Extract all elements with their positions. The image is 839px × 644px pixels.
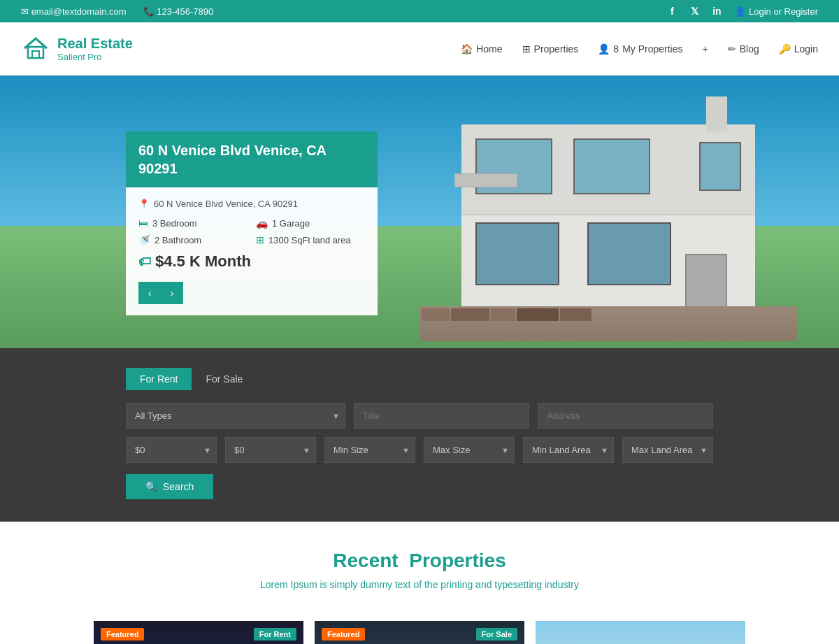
twitter-icon[interactable]: 𝕏 bbox=[687, 4, 701, 18]
search-tabs: For Rent For Sale bbox=[126, 368, 713, 390]
recent-section: Recent Properties Lorem Ipsum is simply … bbox=[0, 522, 839, 621]
max-price-select[interactable]: $0 bbox=[225, 437, 316, 463]
house-body bbox=[461, 124, 755, 313]
property-image-3 bbox=[536, 621, 745, 644]
recent-title: Recent Properties bbox=[21, 550, 818, 572]
hero-address: 📍 60 N Venice Blvd Venice, CA 90291 bbox=[138, 199, 365, 209]
min-size-wrap: Min Size ▼ bbox=[324, 437, 415, 463]
area-icon: ⊞ bbox=[256, 234, 264, 245]
title-wrap bbox=[354, 403, 529, 429]
stone-wall bbox=[420, 306, 797, 341]
max-land-area-select[interactable]: Max Land Area bbox=[622, 437, 713, 463]
house-door bbox=[685, 254, 727, 313]
hero-section: 60 N Venice Blvd Venice, CA 90291 📍 60 N… bbox=[0, 76, 839, 348]
email-contact: ✉ email@textdomain.com bbox=[21, 6, 127, 17]
hero-card-body: 📍 60 N Venice Blvd Venice, CA 90291 🛏 3 … bbox=[126, 187, 378, 315]
min-land-area-select[interactable]: Min Land Area bbox=[523, 437, 614, 463]
hero-bedroom: 🛏 3 Bedroom bbox=[138, 217, 248, 229]
linkedin-icon[interactable]: in bbox=[710, 4, 724, 18]
property-cards-grid: Featured For Rent Featured For Sale bbox=[0, 621, 839, 644]
title-input[interactable] bbox=[354, 403, 529, 429]
house-balcony bbox=[454, 173, 517, 187]
nav-my-properties[interactable]: 👤 8 My Properties bbox=[598, 43, 682, 55]
property-card-3[interactable] bbox=[536, 621, 745, 644]
login-register-link[interactable]: 👤 Login or Register bbox=[735, 6, 818, 17]
nav-login[interactable]: 🔑 Login bbox=[779, 43, 818, 55]
hero-price: 🏷 $4.5 K Month bbox=[138, 252, 365, 271]
search-section: For Rent For Sale All Types ▼ $0 ▼ $0 ▼ bbox=[0, 348, 839, 522]
address-wrap bbox=[538, 403, 713, 429]
max-price-wrap: $0 ▼ bbox=[225, 437, 316, 463]
svg-rect-1 bbox=[32, 51, 39, 58]
property-card-2[interactable]: Featured For Sale bbox=[315, 621, 524, 644]
address-input[interactable] bbox=[538, 403, 713, 429]
window-upper-center bbox=[573, 138, 650, 194]
min-price-select[interactable]: $0 bbox=[126, 437, 217, 463]
search-button[interactable]: 🔍 Search bbox=[126, 474, 213, 499]
property-thumb-1: Featured For Rent bbox=[94, 621, 303, 644]
property-card-1[interactable]: Featured For Rent bbox=[94, 621, 303, 644]
top-bar: ✉ email@textdomain.com 📞 123-456-7890 f … bbox=[0, 0, 839, 22]
window-upper-right bbox=[699, 142, 741, 191]
tab-for-sale[interactable]: For Sale bbox=[192, 368, 257, 390]
bath-icon: 🚿 bbox=[138, 234, 150, 245]
logo-icon bbox=[21, 33, 50, 64]
nav-blog[interactable]: ✏ Blog bbox=[728, 43, 759, 55]
min-size-select[interactable]: Min Size bbox=[324, 437, 415, 463]
phone-contact: 📞 123-456-7890 bbox=[143, 6, 214, 17]
hero-bathroom: 🚿 2 Bathroom bbox=[138, 234, 248, 245]
window-lower-center bbox=[587, 222, 671, 285]
max-land-area-wrap: Max Land Area ▼ bbox=[622, 437, 713, 463]
svg-rect-0 bbox=[28, 47, 43, 58]
hero-next-button[interactable]: › bbox=[161, 282, 183, 304]
top-bar-social: f 𝕏 in 👤 Login or Register bbox=[665, 4, 818, 18]
hero-nav-buttons: ‹ › bbox=[138, 282, 365, 304]
property-thumb-2: Featured For Sale bbox=[315, 621, 524, 644]
status-badge-1: For Rent bbox=[254, 628, 296, 641]
featured-badge-2: Featured bbox=[322, 628, 365, 641]
stone-pattern bbox=[420, 306, 797, 323]
max-size-wrap: Max Size ▼ bbox=[424, 437, 515, 463]
window-lower-left bbox=[475, 222, 559, 285]
nav-home[interactable]: 🏠 Home bbox=[461, 43, 502, 55]
search-icon: 🔍 bbox=[145, 481, 157, 492]
nav-properties[interactable]: ⊞ Properties bbox=[522, 43, 579, 55]
map-pin-icon: 📍 bbox=[138, 199, 150, 209]
min-price-wrap: $0 ▼ bbox=[126, 437, 217, 463]
hero-prev-button[interactable]: ‹ bbox=[138, 282, 161, 304]
logo-text: Real Estate Salient Pro bbox=[57, 35, 133, 63]
price-tag-icon: 🏷 bbox=[138, 255, 151, 269]
all-types-wrap: All Types ▼ bbox=[126, 403, 345, 429]
all-types-select[interactable]: All Types bbox=[126, 403, 345, 429]
property-thumb-3 bbox=[536, 621, 745, 644]
status-badge-2: For Sale bbox=[476, 628, 517, 641]
hero-garage: 🚗 1 Garage bbox=[256, 217, 365, 229]
search-row-2: $0 ▼ $0 ▼ Min Size ▼ Max Size ▼ Min Land… bbox=[126, 437, 713, 463]
logo[interactable]: Real Estate Salient Pro bbox=[21, 33, 133, 64]
car-icon: 🚗 bbox=[256, 217, 268, 229]
hero-land-area: ⊞ 1300 SqFt land area bbox=[256, 234, 365, 245]
max-size-select[interactable]: Max Size bbox=[424, 437, 515, 463]
house-chimney bbox=[706, 96, 727, 131]
social-icons: f 𝕏 in bbox=[665, 4, 724, 18]
hero-house-illustration bbox=[420, 90, 783, 341]
hero-features: 🛏 3 Bedroom 🚗 1 Garage 🚿 2 Bathroom ⊞ 13… bbox=[138, 217, 365, 245]
tab-for-rent[interactable]: For Rent bbox=[126, 368, 192, 390]
facebook-icon[interactable]: f bbox=[665, 4, 679, 18]
bed-icon: 🛏 bbox=[138, 217, 148, 229]
recent-subtitle: Lorem Ipsum is simply dummy text of the … bbox=[21, 579, 818, 590]
main-nav: 🏠 Home ⊞ Properties 👤 8 My Properties + … bbox=[461, 43, 818, 55]
header: Real Estate Salient Pro 🏠 Home ⊞ Propert… bbox=[0, 22, 839, 76]
hero-property-card: 60 N Venice Blvd Venice, CA 90291 📍 60 N… bbox=[126, 131, 378, 315]
nav-plus-icon: + bbox=[703, 43, 708, 55]
featured-badge-1: Featured bbox=[101, 628, 144, 641]
search-row-1: All Types ▼ bbox=[126, 403, 713, 429]
hero-card-title: 60 N Venice Blvd Venice, CA 90291 bbox=[126, 131, 378, 187]
top-bar-contact: ✉ email@textdomain.com 📞 123-456-7890 bbox=[21, 6, 213, 17]
min-land-area-wrap: Min Land Area ▼ bbox=[523, 437, 614, 463]
